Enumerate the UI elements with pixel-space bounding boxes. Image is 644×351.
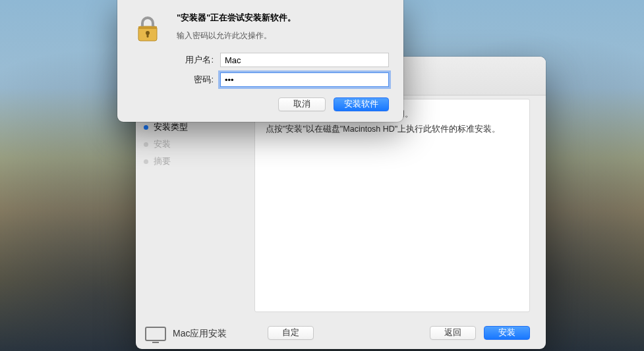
sidebar-step-installing: 安装 [141,136,249,153]
content-instruction: 点按"安装"以在磁盘"Macintosh HD"上执行此软件的标准安装。 [266,124,519,135]
auth-headline: "安装器"正在尝试安装新软件。 [177,13,296,22]
lock-icon [132,12,163,45]
auth-subline: 输入密码以允许此次操作。 [177,30,296,41]
step-dot [144,142,148,147]
password-input[interactable] [220,72,389,87]
password-label: 密码: [177,74,214,86]
auth-button-row: 取消 安装软件 [132,97,389,111]
back-button[interactable]: 返回 [430,326,476,340]
step-label: 摘要 [154,155,171,167]
cancel-button[interactable]: 取消 [278,97,326,111]
username-input[interactable] [220,53,389,67]
svg-rect-1 [138,26,157,29]
svg-rect-3 [147,34,149,38]
sidebar-step-summary: 摘要 [141,153,249,170]
auth-form: 用户名: 密码: [177,53,389,87]
step-label: 安装 [154,138,171,150]
username-field-row: 用户名: [177,53,389,67]
step-dot [144,125,148,130]
step-label: 安装类型 [154,121,188,133]
install-software-button[interactable]: 安装软件 [334,97,389,111]
installer-body: 目的宗卷 安装类型 安装 摘要 间。 点按"安装"以在磁盘"Macintosh … [136,95,546,316]
install-button[interactable]: 安装 [484,326,530,340]
installer-content-panel: 间。 点按"安装"以在磁盘"Macintosh HD"上执行此软件的标准安装。 [254,99,530,312]
customize-button[interactable]: 自定 [268,326,314,340]
password-field-row: 密码: [177,72,389,87]
auth-dialog: "安装器"正在尝试安装新软件。 输入密码以允许此次操作。 用户名: 密码: 取消… [117,0,403,122]
installer-footer: 自定 返回 安装 [136,316,546,349]
auth-messages: "安装器"正在尝试安装新软件。 输入密码以允许此次操作。 [177,12,296,41]
installer-sidebar: 目的宗卷 安装类型 安装 摘要 [136,95,254,316]
step-dot [144,159,148,164]
username-label: 用户名: [177,54,214,66]
